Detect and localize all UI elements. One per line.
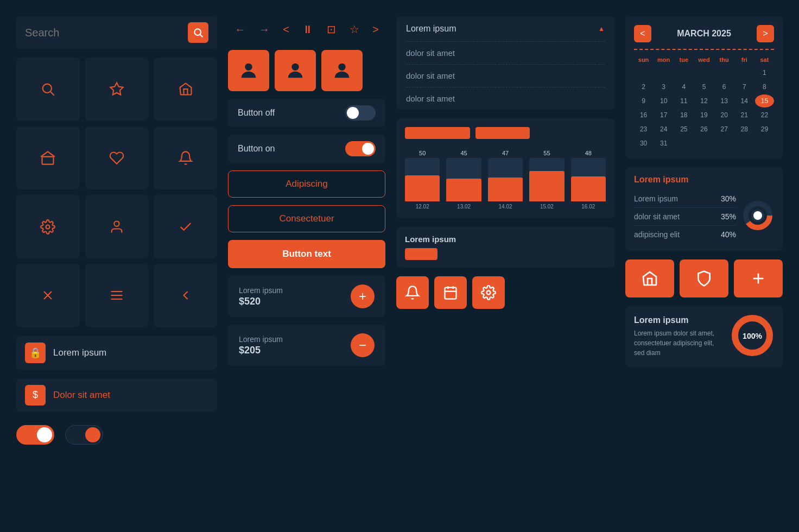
cal-grid: sun mon tue wed thu fri sat 1 2 3 4 5: [634, 54, 774, 150]
menu-icon-btn[interactable]: [85, 264, 149, 327]
search-icon-btn[interactable]: [16, 58, 80, 121]
nav-stop[interactable]: ⊡: [322, 21, 340, 38]
cal-day-29[interactable]: 29: [755, 123, 774, 136]
cal-day-7[interactable]: 7: [735, 80, 754, 93]
nav-pause[interactable]: ⏸: [298, 21, 318, 38]
stats-pct-1: 30%: [721, 194, 736, 203]
home-icon-btn[interactable]: [154, 58, 217, 121]
cal-day-17[interactable]: 17: [654, 109, 673, 122]
lock-icon: 🔒: [25, 343, 46, 363]
dropdown-item-3[interactable]: dolor sit amet: [396, 87, 614, 110]
bar-col-1: 50 12.02: [405, 150, 440, 210]
cal-day-10[interactable]: 10: [654, 94, 673, 107]
cal-day-8[interactable]: 8: [755, 80, 774, 93]
toggle-button-off[interactable]: [345, 105, 376, 121]
avatar-2[interactable]: [275, 50, 316, 91]
donut-100-chart: 100%: [731, 314, 774, 359]
search-button[interactable]: [188, 22, 208, 43]
cal-day-28[interactable]: 28: [735, 123, 754, 136]
bell-bottom-icon-btn[interactable]: [396, 276, 429, 309]
calendar-bottom-icon-btn[interactable]: [434, 276, 467, 309]
calendar-header: < MARCH 2025 >: [634, 25, 774, 42]
cal-prev-btn[interactable]: <: [634, 25, 651, 42]
cal-day-3[interactable]: 3: [654, 80, 673, 93]
cal-day-4[interactable]: 4: [674, 80, 693, 93]
cal-day-25[interactable]: 25: [674, 123, 693, 136]
cal-day-19[interactable]: 19: [694, 109, 713, 122]
home2-icon-btn[interactable]: [16, 126, 80, 190]
cal-day-18[interactable]: 18: [674, 109, 693, 122]
adipiscing-button[interactable]: Adipiscing: [228, 170, 385, 198]
cal-day-20[interactable]: 20: [715, 109, 734, 122]
sq-home-btn[interactable]: [625, 259, 674, 297]
amount-plus-button[interactable]: +: [351, 284, 375, 308]
toggle-on-left[interactable]: [16, 425, 54, 445]
star-icon-btn[interactable]: [85, 58, 149, 121]
consectetuer-button[interactable]: Consectetuer: [228, 205, 385, 232]
cal-day-23[interactable]: 23: [634, 123, 653, 136]
dropdown-item-2[interactable]: dolor sit amet: [396, 65, 614, 87]
cal-day-26[interactable]: 26: [694, 123, 713, 136]
button-text-button[interactable]: Button text: [228, 240, 385, 268]
avatar-1[interactable]: [228, 50, 269, 91]
sq-icon-btn-row: [625, 259, 783, 297]
svg-line-3: [51, 92, 54, 96]
donut-100-card: Lorem ipsum Lorem ipsum dolor sit amet, …: [625, 306, 783, 367]
cal-day-14[interactable]: 14: [735, 94, 754, 107]
dropdown-header[interactable]: Lorem ipsum ▲: [396, 16, 614, 41]
settings-bottom-icon-btn[interactable]: [472, 276, 505, 309]
sq-plus-btn[interactable]: [734, 259, 783, 297]
donut-desc: Lorem ipsum dolor sit amet, consectetuer…: [634, 328, 723, 358]
toggle-off-right[interactable]: [65, 425, 103, 445]
cal-next-btn[interactable]: >: [757, 25, 774, 42]
chevron-left-icon-btn[interactable]: [154, 264, 217, 327]
close-icon-btn[interactable]: [16, 264, 80, 327]
cal-day-31[interactable]: 31: [654, 137, 673, 150]
settings-icon-btn[interactable]: [16, 195, 80, 258]
cal-day-24[interactable]: 24: [654, 123, 673, 136]
cal-day-27[interactable]: 27: [715, 123, 734, 136]
cal-day-22[interactable]: 22: [755, 109, 774, 122]
user-icon-btn[interactable]: [85, 195, 149, 258]
cal-day-2[interactable]: 2: [634, 80, 653, 93]
check-icon-btn[interactable]: [154, 195, 217, 258]
heart-icon-btn[interactable]: [85, 126, 149, 190]
cal-day-21[interactable]: 21: [735, 109, 754, 122]
cal-day-11[interactable]: 11: [674, 94, 693, 107]
nav-prev[interactable]: <: [278, 21, 294, 38]
nav-forward[interactable]: →: [255, 21, 274, 38]
nav-next[interactable]: >: [368, 21, 383, 38]
bell-icon-btn[interactable]: [154, 126, 217, 190]
cal-day-30[interactable]: 30: [634, 137, 653, 150]
list-item-lorem[interactable]: 🔒 Lorem ipsum: [16, 336, 217, 370]
nav-row: ← → < ⏸ ⊡ ☆ >: [228, 16, 385, 42]
list-item-dolor[interactable]: $ Dolor sit amet: [16, 378, 217, 412]
svg-point-2: [43, 84, 52, 93]
cal-hdr-thu: thu: [715, 54, 734, 65]
cal-hdr-sat: sat: [755, 54, 774, 65]
cal-day-13[interactable]: 13: [715, 94, 734, 107]
cal-day-6[interactable]: 6: [715, 80, 734, 93]
bar-visual-1: [405, 158, 440, 201]
cal-day-16[interactable]: 16: [634, 109, 653, 122]
cal-day-1[interactable]: 1: [755, 66, 774, 79]
nav-star[interactable]: ☆: [345, 21, 364, 38]
bar-date-4: 15.02: [540, 204, 554, 210]
svg-marker-4: [110, 83, 123, 95]
cal-day-9[interactable]: 9: [634, 94, 653, 107]
sq-shield-btn[interactable]: [680, 259, 728, 297]
nav-back[interactable]: ←: [230, 21, 250, 38]
bar-col-5: 48 16.02: [571, 150, 606, 210]
chart-bars: 50 12.02 45 13.02: [405, 144, 606, 210]
chart-top-bar-2: [475, 127, 530, 139]
bar-date-1: 12.02: [416, 204, 429, 210]
cal-day-12[interactable]: 12: [694, 94, 713, 107]
search-input[interactable]: [25, 27, 182, 39]
dropdown-item-1[interactable]: dolor sit amet: [396, 42, 614, 64]
bar-val-4: 55: [543, 150, 550, 156]
toggle-button-on[interactable]: [345, 141, 376, 156]
cal-day-5[interactable]: 5: [694, 80, 713, 93]
cal-day-15[interactable]: 15: [755, 94, 774, 107]
avatar-3[interactable]: [321, 50, 363, 91]
amount-minus-button[interactable]: −: [351, 333, 375, 357]
